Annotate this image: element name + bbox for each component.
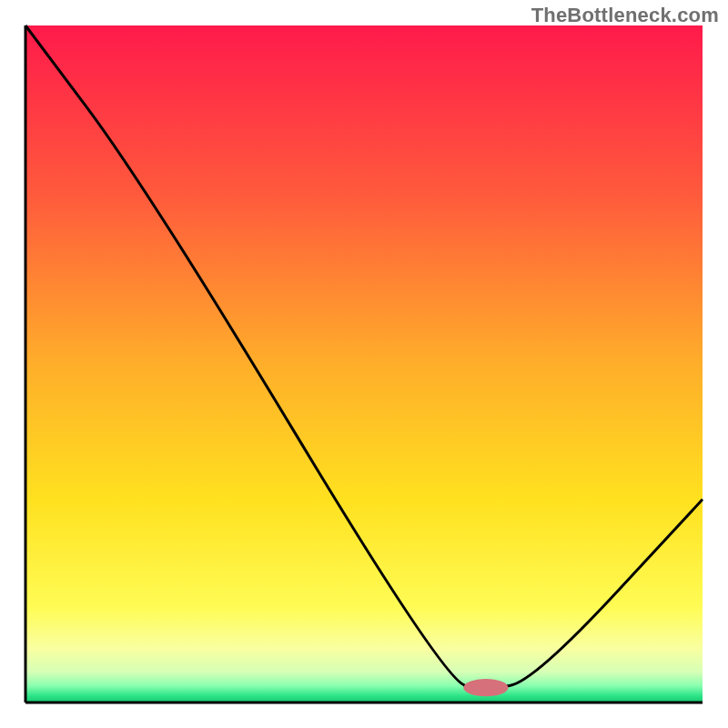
optimal-point-marker <box>463 679 508 696</box>
gradient-background <box>25 25 703 703</box>
bottleneck-chart: TheBottleneck.com <box>0 0 728 728</box>
chart-canvas <box>0 0 728 728</box>
watermark-label: TheBottleneck.com <box>531 4 719 27</box>
